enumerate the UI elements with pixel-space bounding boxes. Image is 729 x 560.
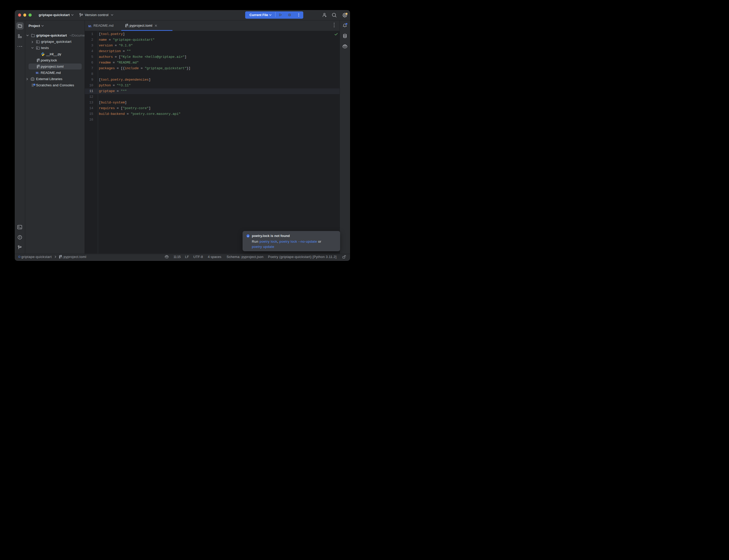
svg-text:[T]: [T] (38, 66, 40, 68)
svg-text:[T]: [T] (60, 256, 62, 258)
svg-text:[T]: [T] (126, 25, 129, 27)
svg-text:[T]: [T] (38, 59, 40, 62)
